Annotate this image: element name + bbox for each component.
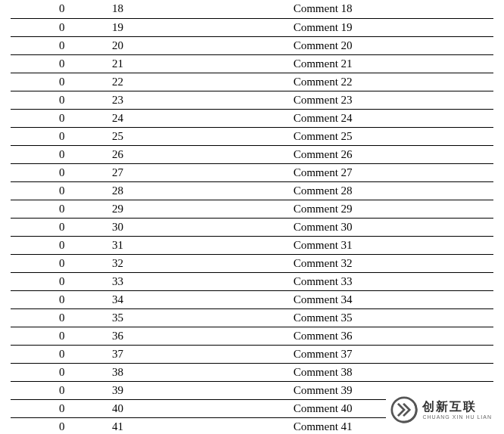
brand-name-en: CHUANG XIN HU LIAN xyxy=(422,414,492,420)
cell-col-c: Comment 32 xyxy=(286,254,493,272)
table-row: 024Comment 24 xyxy=(11,109,493,127)
cell-col-b: 21 xyxy=(112,54,286,73)
cell-col-a: 0 xyxy=(11,254,112,272)
cell-col-b: 40 xyxy=(112,399,286,417)
cell-col-c: Comment 21 xyxy=(286,54,493,73)
cell-col-c: Comment 37 xyxy=(286,345,493,363)
cell-col-a: 0 xyxy=(11,345,112,363)
cell-col-b: 30 xyxy=(112,218,286,236)
cell-col-c: Comment 30 xyxy=(286,218,493,236)
watermark: 创新互联 CHUANG XIN HU LIAN xyxy=(386,393,496,426)
cell-col-a: 0 xyxy=(11,363,112,381)
cell-col-b: 36 xyxy=(112,327,286,345)
cell-col-b: 35 xyxy=(112,308,286,327)
cell-col-c: Comment 24 xyxy=(286,109,493,127)
table-row: 036Comment 36 xyxy=(11,327,493,345)
cell-col-b: 29 xyxy=(112,200,286,218)
cell-col-b: 31 xyxy=(112,236,286,254)
cell-col-a: 0 xyxy=(11,54,112,73)
data-table-container: 018Comment 18019Comment 19020Comment 200… xyxy=(0,0,504,434)
cell-col-c: Comment 35 xyxy=(286,308,493,327)
cell-col-c: Comment 36 xyxy=(286,327,493,345)
cell-col-c: Comment 19 xyxy=(286,18,493,36)
cell-col-b: 23 xyxy=(112,91,286,109)
table-row: 037Comment 37 xyxy=(11,345,493,363)
cell-col-b: 22 xyxy=(112,73,286,91)
cell-col-b: 26 xyxy=(112,145,286,163)
cell-col-a: 0 xyxy=(11,73,112,91)
cell-col-a: 0 xyxy=(11,36,112,54)
table-row: 018Comment 18 xyxy=(11,0,493,18)
cell-col-c: Comment 31 xyxy=(286,236,493,254)
cell-col-a: 0 xyxy=(11,18,112,36)
cell-col-a: 0 xyxy=(11,417,112,434)
table-row: 019Comment 19 xyxy=(11,18,493,36)
cell-col-a: 0 xyxy=(11,218,112,236)
cell-col-a: 0 xyxy=(11,399,112,417)
cell-col-b: 25 xyxy=(112,127,286,145)
cell-col-b: 34 xyxy=(112,290,286,308)
cell-col-b: 19 xyxy=(112,18,286,36)
cell-col-a: 0 xyxy=(11,127,112,145)
brand-name-cn: 创新互联 xyxy=(422,401,492,413)
cell-col-a: 0 xyxy=(11,91,112,109)
cell-col-a: 0 xyxy=(11,290,112,308)
cell-col-b: 24 xyxy=(112,109,286,127)
table-row: 023Comment 23 xyxy=(11,91,493,109)
table-row: 033Comment 33 xyxy=(11,272,493,290)
table-row: 032Comment 32 xyxy=(11,254,493,272)
table-row: 034Comment 34 xyxy=(11,290,493,308)
brand-text: 创新互联 CHUANG XIN HU LIAN xyxy=(422,401,492,420)
cell-col-c: Comment 20 xyxy=(286,36,493,54)
cell-col-a: 0 xyxy=(11,181,112,200)
cell-col-a: 0 xyxy=(11,163,112,181)
cell-col-c: Comment 27 xyxy=(286,163,493,181)
cell-col-b: 20 xyxy=(112,36,286,54)
cell-col-b: 38 xyxy=(112,363,286,381)
cell-col-a: 0 xyxy=(11,0,112,18)
data-table: 018Comment 18019Comment 19020Comment 200… xyxy=(11,0,493,434)
cell-col-a: 0 xyxy=(11,272,112,290)
table-row: 029Comment 29 xyxy=(11,200,493,218)
table-row: 020Comment 20 xyxy=(11,36,493,54)
cell-col-b: 28 xyxy=(112,181,286,200)
cell-col-a: 0 xyxy=(11,327,112,345)
cell-col-a: 0 xyxy=(11,381,112,399)
cell-col-b: 27 xyxy=(112,163,286,181)
cell-col-a: 0 xyxy=(11,109,112,127)
cell-col-c: Comment 34 xyxy=(286,290,493,308)
cell-col-c: Comment 29 xyxy=(286,200,493,218)
table-row: 028Comment 28 xyxy=(11,181,493,200)
cell-col-b: 39 xyxy=(112,381,286,399)
cell-col-c: Comment 22 xyxy=(286,73,493,91)
table-row: 035Comment 35 xyxy=(11,308,493,327)
cell-col-a: 0 xyxy=(11,236,112,254)
table-row: 031Comment 31 xyxy=(11,236,493,254)
cell-col-b: 18 xyxy=(112,0,286,18)
cell-col-a: 0 xyxy=(11,145,112,163)
table-row: 021Comment 21 xyxy=(11,54,493,73)
table-row: 025Comment 25 xyxy=(11,127,493,145)
table-row: 027Comment 27 xyxy=(11,163,493,181)
table-row: 022Comment 22 xyxy=(11,73,493,91)
cell-col-c: Comment 25 xyxy=(286,127,493,145)
cell-col-c: Comment 23 xyxy=(286,91,493,109)
cell-col-c: Comment 38 xyxy=(286,363,493,381)
cell-col-b: 41 xyxy=(112,417,286,434)
table-row: 038Comment 38 xyxy=(11,363,493,381)
cell-col-b: 37 xyxy=(112,345,286,363)
cell-col-c: Comment 33 xyxy=(286,272,493,290)
cell-col-c: Comment 26 xyxy=(286,145,493,163)
cell-col-c: Comment 18 xyxy=(286,0,493,18)
cell-col-a: 0 xyxy=(11,308,112,327)
table-row: 026Comment 26 xyxy=(11,145,493,163)
cell-col-c: Comment 28 xyxy=(286,181,493,200)
cell-col-b: 32 xyxy=(112,254,286,272)
brand-logo-icon xyxy=(390,396,418,423)
table-row: 030Comment 30 xyxy=(11,218,493,236)
cell-col-a: 0 xyxy=(11,200,112,218)
cell-col-b: 33 xyxy=(112,272,286,290)
